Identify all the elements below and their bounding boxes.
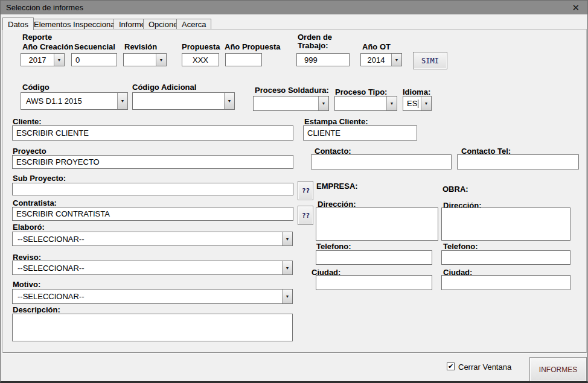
- empresa-header: EMPRESA:: [316, 182, 358, 191]
- descripcion-label: Descripción:: [13, 306, 60, 314]
- ano-ot-select[interactable]: 2014 ▼: [360, 53, 402, 66]
- codigo-label: Código: [22, 83, 50, 92]
- elaboro-value: --SELECCIONAR--: [13, 232, 282, 245]
- close-icon[interactable]: ✕: [569, 1, 582, 14]
- proceso-soldadura-label: Proceso Soldadura:: [255, 86, 329, 95]
- codigo-select[interactable]: AWS D1.1 2015 ▼: [21, 92, 128, 110]
- reporte-group-label: Reporte: [22, 33, 52, 42]
- codigo-adicional-label: Código Adicional: [132, 83, 196, 92]
- obra-header: OBRA:: [443, 185, 468, 194]
- reviso-select[interactable]: --SELECCIONAR-- ▼: [12, 261, 293, 275]
- ano-ot-value: 2014: [361, 54, 391, 66]
- informes-button[interactable]: INFORMES: [529, 357, 587, 382]
- sub-proyecto-label: Sub Proyecto:: [13, 174, 66, 183]
- cliente-label: Cliente:: [13, 118, 42, 126]
- idioma-select[interactable]: ES ▼: [403, 96, 432, 111]
- chevron-down-icon[interactable]: ▼: [391, 54, 401, 66]
- contratista-label: Contratista:: [13, 199, 57, 207]
- reviso-value: --SELECCIONAR--: [13, 261, 282, 274]
- report-selection-dialog: Seleccion de informes ✕ Datos Elementos …: [0, 0, 588, 383]
- ano-creacion-value: 2017: [21, 54, 54, 66]
- cliente-input[interactable]: [12, 125, 293, 141]
- chevron-down-icon[interactable]: ▼: [282, 261, 292, 274]
- empresa-telefono-label: Telefono:: [316, 242, 351, 251]
- proyecto-input[interactable]: [12, 155, 293, 169]
- ano-propuesta-input[interactable]: [225, 53, 262, 66]
- obra-direccion-input[interactable]: [441, 207, 570, 241]
- chevron-down-icon[interactable]: ▼: [282, 290, 292, 303]
- elaboro-label: Elaboró:: [13, 223, 45, 232]
- contacto-input[interactable]: [311, 154, 452, 169]
- motivo-value: --SELECCIONAR--: [13, 290, 282, 303]
- revision-select[interactable]: ▼: [123, 53, 167, 66]
- motivo-select[interactable]: --SELECCIONAR-- ▼: [12, 289, 293, 304]
- secuencial-input[interactable]: [71, 53, 117, 66]
- propuesta-label: Propuesta: [182, 43, 220, 51]
- ano-ot-label: Año OT: [362, 43, 391, 51]
- codigo-adicional-value: [133, 93, 224, 109]
- codigo-adicional-select[interactable]: ▼: [132, 92, 235, 110]
- proceso-tipo-label: Proceso Tipo:: [335, 88, 387, 97]
- idioma-label: Idioma:: [403, 88, 430, 97]
- elaboro-select[interactable]: --SELECCIONAR-- ▼: [12, 232, 293, 246]
- tab-acerca[interactable]: Acerca: [176, 19, 211, 29]
- chevron-down-icon[interactable]: ▼: [282, 232, 292, 245]
- proceso-tipo-value: [335, 97, 386, 110]
- title-bar: Seleccion de informes ✕: [1, 1, 587, 14]
- estampa-cliente-label: Estampa Cliente:: [304, 118, 368, 126]
- codigo-value: AWS D1.1 2015: [21, 93, 117, 109]
- estampa-cliente-input[interactable]: [303, 125, 417, 141]
- text-caret: [418, 100, 418, 108]
- proceso-tipo-select[interactable]: ▼: [334, 96, 397, 111]
- orden-trabajo-label: Orden de Trabajo:: [298, 33, 341, 50]
- descripcion-input[interactable]: [12, 314, 293, 341]
- contratista-input[interactable]: [12, 207, 293, 221]
- revision-label: Revisión: [124, 43, 157, 51]
- simi-button[interactable]: SIMI: [413, 52, 447, 69]
- chevron-down-icon[interactable]: ▼: [117, 93, 127, 109]
- propuesta-input[interactable]: [182, 53, 219, 66]
- empresa-ciudad-input[interactable]: [316, 275, 432, 290]
- chevron-down-icon[interactable]: ▼: [386, 97, 397, 110]
- revision-value: [124, 54, 156, 66]
- chevron-down-icon[interactable]: ▼: [54, 54, 64, 66]
- cerrar-ventana-checkbox[interactable]: ✔: [447, 362, 455, 370]
- ano-creacion-label: Año Creación: [22, 43, 74, 51]
- ano-creacion-select[interactable]: 2017 ▼: [21, 53, 65, 66]
- tab-datos[interactable]: Datos: [2, 17, 34, 30]
- empresa-direccion-input[interactable]: [316, 207, 438, 241]
- checkmark-icon: ✔: [448, 363, 453, 370]
- obra-telefono-input[interactable]: [441, 250, 570, 265]
- sub-proyecto-lookup-button[interactable]: ??: [298, 181, 313, 200]
- proyecto-label: Proyecto: [13, 147, 46, 156]
- chevron-down-icon[interactable]: ▼: [318, 97, 328, 110]
- ano-propuesta-label: Año Propuesta: [225, 43, 280, 51]
- window-title: Seleccion de informes: [6, 3, 83, 12]
- proceso-soldadura-select[interactable]: ▼: [253, 96, 329, 111]
- cerrar-ventana-label: Cerrar Ventana: [458, 362, 511, 372]
- secuencial-label: Secuencial: [74, 43, 115, 51]
- proceso-soldadura-value: [254, 97, 318, 110]
- contacto-tel-input[interactable]: [457, 154, 579, 169]
- empresa-telefono-input[interactable]: [316, 250, 432, 265]
- chevron-down-icon[interactable]: ▼: [156, 54, 166, 66]
- obra-telefono-label: Telefono:: [443, 242, 478, 251]
- orden-trabajo-input[interactable]: [296, 53, 350, 66]
- chevron-down-icon[interactable]: ▼: [224, 93, 234, 109]
- contratista-lookup-button[interactable]: ??: [298, 206, 313, 225]
- obra-ciudad-input[interactable]: [441, 275, 570, 290]
- chevron-down-icon[interactable]: ▼: [421, 97, 431, 110]
- sub-proyecto-input[interactable]: [12, 183, 293, 195]
- idioma-value: ES: [403, 97, 421, 110]
- motivo-label: Motivo:: [13, 280, 40, 289]
